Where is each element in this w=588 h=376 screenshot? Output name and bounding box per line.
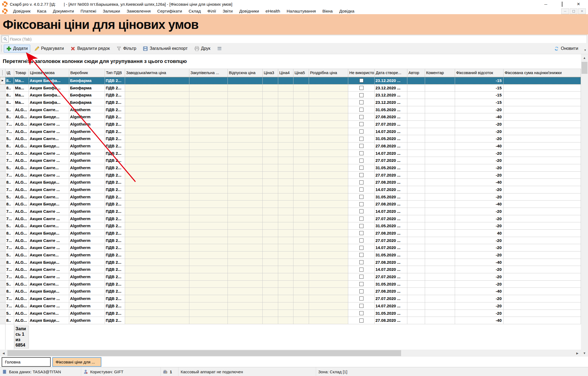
- menu-item[interactable]: Склад: [185, 9, 204, 14]
- table-row[interactable]: 5..ALG...Акция Санте...AlgothermПДВ 2...…: [0, 310, 581, 317]
- mdi-minimize-button[interactable]: ─: [561, 8, 569, 14]
- close-button[interactable]: ✕: [576, 2, 581, 7]
- table-row[interactable]: 7...ALG...Акция Санте ...AlgothermПДВ 2.…: [0, 215, 581, 223]
- column-header[interactable]: Закупівельна ...: [189, 69, 228, 77]
- table-row[interactable]: 5..ALG...Акция Санте...AlgothermПДВ 2...…: [0, 106, 581, 114]
- not-used-checkbox[interactable]: [359, 187, 363, 192]
- not-used-checkbox[interactable]: [359, 159, 363, 163]
- print-button[interactable]: Друк: [192, 45, 213, 53]
- scroll-right-icon[interactable]: ►: [574, 350, 581, 357]
- column-header[interactable]: Ціна4: [278, 69, 293, 77]
- tab-fixed-prices[interactable]: Фіксовані ціни для ...: [52, 357, 101, 367]
- table-row[interactable]: 7...ALG...Акция Санте ...AlgothermПДВ 2.…: [0, 128, 581, 135]
- restore-button[interactable]: [560, 2, 565, 7]
- not-used-checkbox[interactable]: [359, 137, 363, 141]
- not-used-checkbox[interactable]: [359, 144, 363, 148]
- table-row[interactable]: 5..ALG...Акция Санте...AlgothermПДВ 2...…: [0, 164, 581, 172]
- table-row[interactable]: 7...ALG...Акция Санте ...AlgothermПДВ 2.…: [0, 186, 581, 193]
- not-used-checkbox[interactable]: [359, 173, 363, 177]
- column-header[interactable]: Не використо...: [348, 69, 375, 77]
- not-used-checkbox[interactable]: [359, 217, 363, 221]
- table-row[interactable]: 7...ALG...Акция Санте ...AlgothermПДВ 2.…: [0, 266, 581, 273]
- vertical-scrollbar[interactable]: ▲ ▼: [581, 54, 588, 357]
- menu-item[interactable]: Довідник: [10, 9, 34, 14]
- not-used-checkbox[interactable]: [359, 260, 363, 264]
- filter-button[interactable]: Фільтр: [114, 45, 139, 53]
- menu-item[interactable]: Платежі: [77, 9, 99, 14]
- not-used-checkbox[interactable]: [359, 129, 363, 134]
- not-used-checkbox[interactable]: [359, 151, 363, 155]
- not-used-checkbox[interactable]: [359, 100, 363, 104]
- table-row[interactable]: 5..ALG...Акция Санте...AlgothermПДВ 2...…: [0, 135, 581, 142]
- table-row[interactable]: 8..Ма...Акция Биофа...БиофармаПДВ 2...23…: [0, 99, 581, 106]
- column-header[interactable]: Фіксована сума націнки/знижки: [504, 69, 581, 77]
- horizontal-scrollbar[interactable]: ◄ ►: [0, 350, 581, 357]
- column-header[interactable]: Коментар: [425, 69, 455, 77]
- not-used-checkbox[interactable]: [359, 115, 363, 119]
- table-row[interactable]: 7...ALG...Акция Санте ...AlgothermПДВ 2.…: [0, 172, 581, 179]
- menu-item[interactable]: Документи: [50, 9, 77, 14]
- menu-item[interactable]: Довідники: [236, 9, 262, 14]
- edit-button[interactable]: Редагувати: [32, 45, 66, 53]
- group-by-panel[interactable]: Перетягніть заголовок колонки сюди для у…: [0, 54, 588, 69]
- table-row[interactable]: 8..Ма...Акция Биофа...БиофармаПДВ 2...23…: [0, 92, 581, 99]
- table-row[interactable]: 8..ALG...Акция Биоде...AlgothermПДВ 2...…: [0, 201, 581, 208]
- not-used-checkbox[interactable]: [359, 195, 363, 199]
- column-header[interactable]: Фіксований відсоток: [455, 69, 504, 77]
- toolbar-grip[interactable]: [1, 45, 2, 52]
- not-used-checkbox[interactable]: [359, 253, 363, 257]
- table-row[interactable]: 8..ALG...Акция Биоде...AlgothermПДВ 2...…: [0, 230, 581, 237]
- column-header[interactable]: Дата створе...: [375, 69, 407, 77]
- table-row[interactable]: 5..ALG...Акция Санте...AlgothermПДВ 2...…: [0, 251, 581, 259]
- table-row[interactable]: 8..ALG...Акция Биоде...AlgothermПДВ 2...…: [0, 288, 581, 295]
- not-used-checkbox[interactable]: [359, 282, 363, 286]
- horizontal-scroll-thumb[interactable]: [7, 350, 401, 356]
- search-input[interactable]: Поиск (Tab): [1, 35, 587, 43]
- not-used-checkbox[interactable]: [359, 231, 363, 235]
- not-used-checkbox[interactable]: [359, 78, 363, 83]
- refresh-button[interactable]: Оновити: [551, 45, 581, 53]
- menu-item[interactable]: Налаштування: [283, 9, 319, 14]
- menu-item[interactable]: Залишки: [99, 9, 123, 14]
- scroll-down-icon[interactable]: ▼: [581, 350, 588, 357]
- scroll-up-icon[interactable]: ▲: [581, 54, 588, 61]
- not-used-checkbox[interactable]: [359, 275, 363, 279]
- table-row[interactable]: 8..ALG...Акция Биоде...AlgothermПДВ 2...…: [0, 142, 581, 150]
- column-header[interactable]: Тип ПДВ: [105, 69, 125, 77]
- toolbar-overflow-icon[interactable]: ▼: [584, 49, 586, 53]
- table-row[interactable]: ►8..Ма...Акция Биофа...БиофармаПДВ 2...2…: [0, 77, 581, 84]
- table-row[interactable]: 7...ALG...Акция Санте ...AlgothermПДВ 2.…: [0, 302, 581, 310]
- not-used-checkbox[interactable]: [359, 296, 363, 301]
- table-row[interactable]: 7...ALG...Акция Санте ...AlgothermПДВ 2.…: [0, 150, 581, 157]
- not-used-checkbox[interactable]: [359, 108, 363, 112]
- not-used-checkbox[interactable]: [359, 238, 363, 242]
- not-used-checkbox[interactable]: [359, 86, 363, 90]
- table-row[interactable]: 7...ALG...Акция Санте ...AlgothermПДВ 2.…: [0, 273, 581, 281]
- minimize-button[interactable]: ─: [543, 2, 548, 7]
- column-header[interactable]: Ціна5: [293, 69, 309, 77]
- table-row[interactable]: 5..ALG...Акция Санте...AlgothermПДВ 2...…: [0, 193, 581, 201]
- not-used-checkbox[interactable]: [359, 166, 363, 170]
- not-used-checkbox[interactable]: [359, 93, 363, 97]
- not-used-checkbox[interactable]: [359, 180, 363, 184]
- mdi-restore-button[interactable]: [570, 8, 577, 14]
- menu-item[interactable]: Філії: [204, 9, 219, 14]
- export-button[interactable]: Загальний експорт: [140, 45, 190, 53]
- table-row[interactable]: 7...ALG...Акция Санте ...AlgothermПДВ 2.…: [0, 208, 581, 215]
- menu-item[interactable]: Звіти: [219, 9, 236, 14]
- not-used-checkbox[interactable]: [359, 122, 363, 126]
- table-row[interactable]: 8..ALG...Акция Биоде...AlgothermПДВ 2...…: [0, 179, 581, 186]
- menu-item[interactable]: Сертифікати: [154, 9, 185, 14]
- add-button[interactable]: Додати: [4, 45, 30, 53]
- mdi-close-button[interactable]: ✕: [578, 8, 586, 14]
- column-header[interactable]: ІД: [5, 69, 14, 77]
- table-row[interactable]: 5..ALG...Акция Санте...AlgothermПДВ 2...…: [0, 222, 581, 230]
- menu-item[interactable]: eHealth: [262, 9, 283, 14]
- not-used-checkbox[interactable]: [359, 304, 363, 308]
- scroll-left-icon[interactable]: ◄: [0, 350, 7, 357]
- table-row[interactable]: 8..Ма...Акция Биофа...БиофармаПДВ 2...23…: [0, 84, 581, 92]
- column-header[interactable]: Роздрібна ціна: [309, 69, 348, 77]
- table-row[interactable]: 7...ALG...Акция Санте ...AlgothermПДВ 2.…: [0, 157, 581, 164]
- not-used-checkbox[interactable]: [359, 268, 363, 272]
- menu-item[interactable]: Каса: [34, 9, 50, 14]
